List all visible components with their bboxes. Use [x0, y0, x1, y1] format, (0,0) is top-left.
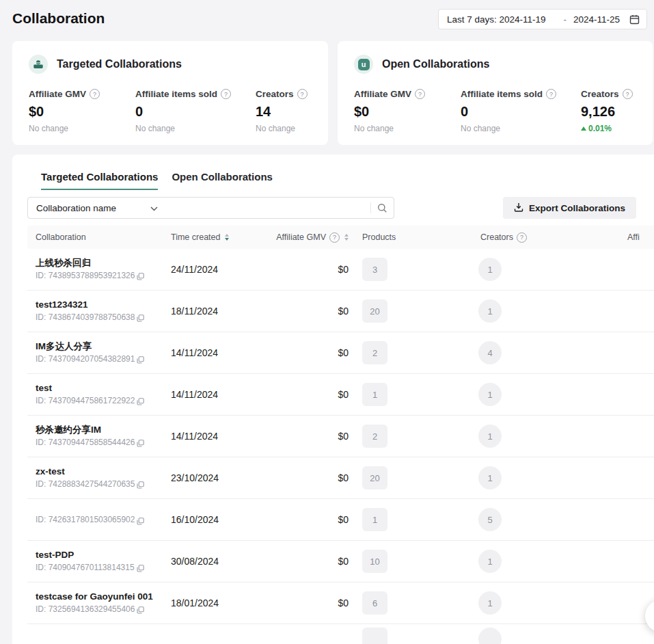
help-icon[interactable]: ? [415, 89, 425, 99]
creators-cell: 1 [465, 383, 581, 406]
help-icon[interactable]: ? [517, 232, 527, 243]
help-icon[interactable]: ? [297, 89, 308, 99]
affiliate-gmv-cell: $0 [273, 431, 349, 442]
column-time-created[interactable]: Time created [171, 232, 273, 242]
help-icon[interactable]: ? [221, 89, 231, 99]
collaboration-id: ID: 7426317801503065902 [36, 515, 161, 526]
tab-targeted-collaborations[interactable]: Targeted Collaborations [41, 171, 158, 190]
creators-count-badge[interactable]: 1 [478, 550, 502, 573]
table-row[interactable]: test ID: 7437094475861722922 14/11/2024 … [27, 374, 654, 416]
products-count-badge[interactable]: 2 [362, 425, 387, 448]
creators-count-badge[interactable] [478, 628, 502, 644]
table-row[interactable]: testcase for Gaoyunfei 001 ID: 732569413… [27, 582, 654, 624]
products-count-badge[interactable]: 20 [362, 466, 387, 489]
metric-label: Affiliate GMV [354, 89, 411, 99]
creators-count-badge[interactable]: 1 [478, 466, 502, 489]
table-row[interactable]: test-PDP ID: 7409047670113814315 30/08/2… [27, 541, 654, 582]
products-count-badge[interactable]: 6 [362, 591, 387, 615]
table-body: 上线秒杀回归 ID: 7438953788953921326 24/11/202… [27, 249, 654, 644]
collaboration-name[interactable]: IM多达人分享 [36, 341, 159, 353]
creators-count-badge[interactable]: 1 [478, 591, 502, 615]
collaboration-name[interactable]: 上线秒杀回归 [36, 258, 159, 269]
filter-type-select[interactable]: Collaboration name [28, 203, 166, 213]
copy-icon[interactable] [137, 565, 144, 572]
collaboration-name[interactable]: test [36, 383, 159, 394]
help-icon[interactable]: ? [623, 89, 633, 99]
help-icon[interactable]: ? [90, 89, 100, 99]
creators-count-badge[interactable]: 1 [478, 383, 502, 406]
collaboration-name[interactable]: testcase for Gaoyunfei 001 [36, 591, 159, 603]
targeted-collaborations-card: Targeted Collaborations Affiliate GMV? $… [12, 41, 328, 145]
collaboration-id: ID: 7438674039788750638 [36, 312, 161, 323]
table-row[interactable]: zx-test ID: 7428883427544270635 23/10/20… [27, 457, 654, 499]
date-range-picker[interactable]: Last 7 days: 2024-11-19 - 2024-11-25 [438, 9, 647, 29]
copy-icon[interactable] [137, 273, 144, 280]
search-icon[interactable] [377, 203, 387, 213]
column-affiliate-truncated: Affi [581, 232, 654, 242]
products-count-badge[interactable]: 2 [362, 341, 387, 364]
products-count-badge[interactable]: 1 [362, 383, 387, 406]
table-row[interactable]: 上线秒杀回归 ID: 7438953788953921326 24/11/202… [27, 249, 654, 291]
products-cell: 1 [349, 383, 465, 406]
time-created-cell: 23/10/2024 [171, 472, 273, 483]
collaboration-cell: ID: 7426317801503065902 [27, 507, 171, 532]
collaboration-search[interactable]: Collaboration name [27, 197, 394, 219]
time-created-cell: 24/11/2024 [171, 264, 273, 275]
collaboration-name[interactable]: zx-test [36, 466, 159, 478]
creators-count-badge[interactable]: 5 [478, 508, 502, 531]
metric-affiliate-items-sold: Affiliate items sold? 0 No change [461, 89, 581, 133]
card-title: Open Collaborations [382, 58, 489, 70]
metric-change: No change [135, 124, 256, 133]
collaboration-name[interactable]: test1234321 [36, 299, 159, 311]
chevron-down-icon [150, 203, 158, 213]
creators-count-badge[interactable]: 4 [478, 341, 502, 364]
calendar-icon[interactable] [629, 14, 640, 25]
copy-icon[interactable] [137, 606, 144, 614]
creators-count-badge[interactable]: 1 [478, 425, 502, 448]
export-button-label: Export Collaborations [529, 203, 625, 213]
copy-icon[interactable] [137, 481, 144, 489]
products-cell: 6 [349, 591, 465, 615]
metric-value: 9,126 [581, 104, 636, 120]
date-range-separator: - [563, 14, 567, 25]
creators-count-badge[interactable]: 1 [478, 299, 502, 323]
table-row[interactable]: test1234321 ID: 7438674039788750638 18/1… [27, 291, 654, 332]
collaboration-id: ID: 7437094207054382891 [36, 354, 161, 365]
creators-count-badge[interactable]: 1 [478, 258, 502, 281]
help-icon[interactable]: ? [329, 232, 340, 243]
table-row[interactable] [27, 624, 654, 644]
copy-icon[interactable] [137, 518, 144, 525]
collaborations-panel: Targeted Collaborations Open Collaborati… [12, 155, 654, 644]
divider [370, 202, 371, 213]
table-header-row: Collaboration Time created Affiliate GMV… [27, 226, 654, 249]
products-cell: 20 [349, 299, 465, 323]
copy-icon[interactable] [137, 314, 144, 322]
metric-change-value: 0.01% [588, 124, 612, 133]
creators-cell: 1 [465, 258, 581, 281]
products-count-badge[interactable]: 10 [362, 550, 387, 573]
export-collaborations-button[interactable]: Export Collaborations [503, 197, 636, 219]
collaboration-page: Collaboration Last 7 days: 2024-11-19 - … [0, 0, 654, 644]
table-row[interactable]: 秒杀邀约分享IM ID: 7437094475858544426 14/11/2… [27, 416, 654, 457]
products-count-badge[interactable] [362, 628, 387, 644]
products-count-badge[interactable]: 3 [362, 258, 387, 281]
table-row[interactable]: IM多达人分享 ID: 7437094207054382891 14/11/20… [27, 332, 654, 374]
copy-icon[interactable] [137, 440, 144, 447]
metric-value: $0 [29, 104, 135, 120]
copy-icon[interactable] [137, 356, 144, 364]
time-created-cell: 14/11/2024 [171, 431, 273, 442]
copy-icon[interactable] [137, 398, 144, 405]
column-affiliate-gmv[interactable]: Affiliate GMV ? [273, 232, 349, 243]
sort-icon[interactable] [225, 234, 229, 241]
table-row[interactable]: ID: 7426317801503065902 16/10/2024 $0 1 … [27, 499, 654, 541]
collaboration-name[interactable]: 秒杀邀约分享IM [36, 425, 159, 436]
collaboration-name[interactable]: test-PDP [36, 550, 159, 561]
products-count-badge[interactable]: 20 [362, 299, 387, 323]
tab-open-collaborations[interactable]: Open Collaborations [172, 171, 273, 190]
metric-value: 14 [256, 104, 312, 120]
trend-up-icon [581, 126, 586, 131]
collaboration-cell: test-PDP ID: 7409047670113814315 [27, 544, 171, 579]
products-count-badge[interactable]: 1 [362, 508, 387, 531]
affiliate-gmv-cell: $0 [273, 347, 349, 358]
help-icon[interactable]: ? [546, 89, 556, 99]
